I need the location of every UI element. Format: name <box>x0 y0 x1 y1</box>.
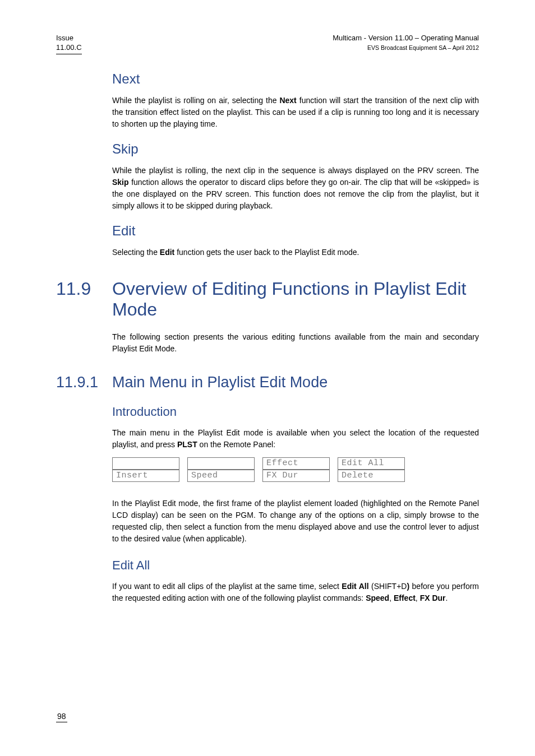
heading-edit-all: Edit All <box>112 558 479 573</box>
manual-title: Multicam - Version 11.00 – Operating Man… <box>333 34 479 42</box>
text: function allows the operator to discard … <box>112 178 479 210</box>
menu-cell-empty <box>112 457 179 470</box>
text: , <box>389 593 394 602</box>
para-skip: While the playlist is rolling, the next … <box>112 165 479 212</box>
text-bold: PLST <box>177 440 197 449</box>
para-edit-all: If you want to edit all clips of the pla… <box>112 581 479 604</box>
text: While the playlist is rolling on air, se… <box>112 96 279 105</box>
header-issue: Issue 11.00.C <box>56 34 82 54</box>
section-number: 11.9.1 <box>56 374 112 391</box>
text: function gets the user back to the Playl… <box>174 248 359 257</box>
page-content: Next While the playlist is rolling on ai… <box>112 71 479 604</box>
para-intro-1: The main menu in the Playlist Edit mode … <box>112 427 479 451</box>
menu-cell-delete: Delete <box>338 470 405 482</box>
para-overview: The following section presents the vario… <box>112 331 479 355</box>
page-number: 98 <box>56 712 67 722</box>
text-bold: Speed <box>366 593 389 602</box>
page-header: Issue 11.00.C Multicam - Version 11.00 –… <box>56 34 479 54</box>
section-title: Overview of Editing Functions in Playlis… <box>112 279 479 320</box>
para-intro-2: In the Playlist Edit mode, the first fra… <box>112 498 479 545</box>
heading-introduction: Introduction <box>112 405 479 419</box>
para-next: While the playlist is rolling on air, se… <box>112 95 479 130</box>
text-bold: FX Dur <box>420 593 446 602</box>
text: on the Remote Panel: <box>197 440 275 449</box>
menu-table: Effect Edit All Insert Speed FX Dur Dele… <box>112 457 479 482</box>
text: If you want to edit all clips of the pla… <box>112 582 342 591</box>
text-bold: Edit <box>160 248 174 257</box>
issue-label: Issue <box>56 34 73 42</box>
heading-11-9: 11.9 Overview of Editing Functions in Pl… <box>112 279 479 320</box>
text-bold: Effect <box>394 593 416 602</box>
menu-cell-edit-all: Edit All <box>338 457 405 470</box>
manual-subtitle: EVS Broadcast Equipment SA – April 2012 <box>367 44 479 51</box>
heading-11-9-1: 11.9.1 Main Menu in Playlist Edit Mode <box>112 374 479 391</box>
menu-cell-insert: Insert <box>112 470 179 482</box>
heading-edit: Edit <box>112 223 479 239</box>
text-bold: Skip <box>112 178 129 187</box>
text: (SHIFT+D <box>369 582 407 591</box>
section-title: Main Menu in Playlist Edit Mode <box>112 374 328 391</box>
document-page: Issue 11.00.C Multicam - Version 11.00 –… <box>0 0 535 756</box>
text: Selecting the <box>112 248 160 257</box>
text: While the playlist is rolling, the next … <box>112 166 479 175</box>
menu-cell-fx-dur: FX Dur <box>262 470 330 482</box>
heading-skip: Skip <box>112 141 479 157</box>
heading-next: Next <box>112 71 479 87</box>
header-title-block: Multicam - Version 11.00 – Operating Man… <box>333 34 479 54</box>
para-edit: Selecting the Edit function gets the use… <box>112 247 479 258</box>
text: The main menu in the Playlist Edit mode … <box>112 428 479 449</box>
menu-row-2: Insert Speed FX Dur Delete <box>112 470 479 482</box>
text: , <box>416 593 420 602</box>
menu-row-1: Effect Edit All <box>112 457 479 470</box>
menu-cell-empty <box>187 457 255 470</box>
text-bold: Next <box>279 96 296 105</box>
menu-cell-speed: Speed <box>187 470 255 482</box>
issue-value: 11.00.C <box>56 43 82 52</box>
text-bold: Edit All <box>342 582 368 591</box>
section-number: 11.9 <box>56 279 112 299</box>
text: . <box>446 593 448 602</box>
menu-cell-effect: Effect <box>262 457 330 470</box>
